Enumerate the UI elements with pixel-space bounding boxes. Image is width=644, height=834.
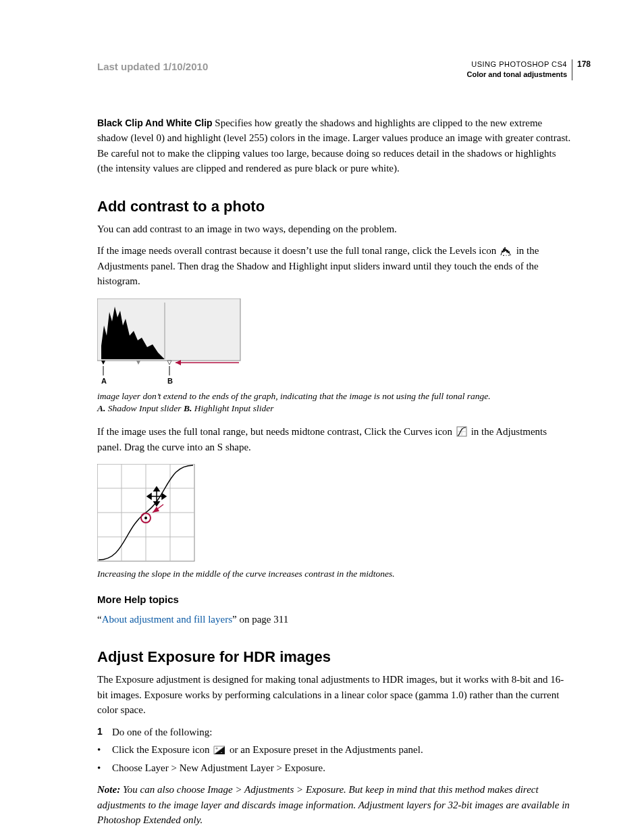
- caption1-a-label: A.: [97, 403, 105, 413]
- bullet-2: • Choose Layer > New Adjustment Layer > …: [97, 760, 572, 776]
- more-help-link[interactable]: About adjustment and fill layers: [102, 614, 232, 625]
- add-contrast-p2: If the image needs overall contrast beca…: [97, 243, 572, 289]
- step-marker: 1: [97, 725, 112, 740]
- more-help-line: About adjustment and fill layers on page…: [97, 612, 572, 627]
- step-text: Do one of the following:: [112, 725, 572, 740]
- svg-text:+: +: [215, 746, 218, 751]
- caption1-b-label: B.: [184, 403, 192, 413]
- caption1-a-text: Shadow Input slider: [105, 403, 184, 413]
- exposure-p1: The Exposure adjustment is designed for …: [97, 672, 572, 718]
- add-contrast-p1: You can add contrast to an image in two …: [97, 221, 572, 237]
- note-body: You can also choose Image > Adjustments …: [97, 784, 570, 825]
- step-1: 1 Do one of the following:: [97, 725, 572, 740]
- run-in-term: Black Clip And White Clip: [97, 118, 213, 128]
- black-white-clip-paragraph: Black Clip And White Clip Specifies how …: [97, 115, 572, 176]
- curves-caption: Increasing the slope in the middle of th…: [97, 568, 572, 580]
- product-line: USING PHOTOSHOP CS4: [466, 59, 567, 70]
- exposure-note: Note: You can also choose Image > Adjust…: [97, 782, 572, 828]
- svg-point-26: [144, 517, 147, 519]
- svg-marker-1: [503, 255, 504, 256]
- p3-a: If the image uses the full tonal range, …: [97, 426, 455, 437]
- bullet-text: Choose Layer > New Adjustment Layer > Ex…: [112, 760, 572, 776]
- bullet-text: Click the Exposure icon + - or an Exposu…: [112, 742, 572, 758]
- exposure-steps: 1 Do one of the following: • Click the E…: [97, 725, 572, 776]
- exposure-icon: + -: [213, 746, 225, 755]
- note-lead: Note:: [97, 784, 120, 795]
- page-header: Last updated 1/10/2010 178 USING PHOTOSH…: [97, 59, 572, 80]
- more-help-heading: More Help topics: [97, 592, 572, 608]
- svg-marker-2: [506, 255, 507, 256]
- histogram-caption: image layer don’t extend to the ends of …: [97, 390, 572, 415]
- bullet-1: • Click the Exposure icon + - or an Expo…: [97, 742, 572, 758]
- b1-a: Click the Exposure icon: [112, 744, 212, 755]
- svg-marker-3: [508, 255, 510, 256]
- svg-marker-8: [167, 361, 171, 365]
- caption1-line1: image layer don’t extend to the ends of …: [97, 391, 491, 401]
- levels-icon: [500, 246, 512, 256]
- more-help-suffix: on page 311: [237, 614, 289, 625]
- heading-add-contrast: Add contrast to a photo: [97, 195, 572, 217]
- bullet-marker: •: [97, 742, 112, 758]
- b1-b: or an Exposure preset in the Adjustments…: [230, 744, 423, 755]
- add-contrast-p3: If the image uses the full tonal range, …: [97, 424, 572, 454]
- p2-a: If the image needs overall contrast beca…: [97, 245, 499, 256]
- caption1-b-text: Highlight Input slider: [192, 403, 273, 413]
- svg-text:B: B: [167, 377, 173, 385]
- chapter-line: Color and tonal adjustments: [466, 70, 567, 80]
- curves-icon: [456, 426, 467, 437]
- bullet-marker: •: [97, 760, 112, 776]
- histogram-figure: A B: [97, 298, 572, 385]
- last-updated: Last updated 1/10/2010: [97, 59, 208, 75]
- heading-exposure: Adjust Exposure for HDR images: [97, 646, 572, 668]
- curves-figure: [97, 464, 572, 563]
- page-number: 178: [577, 59, 591, 70]
- svg-marker-7: [136, 361, 140, 365]
- svg-text:A: A: [101, 377, 107, 385]
- header-right: 178 USING PHOTOSHOP CS4 Color and tonal …: [466, 59, 572, 80]
- svg-marker-6: [101, 361, 105, 365]
